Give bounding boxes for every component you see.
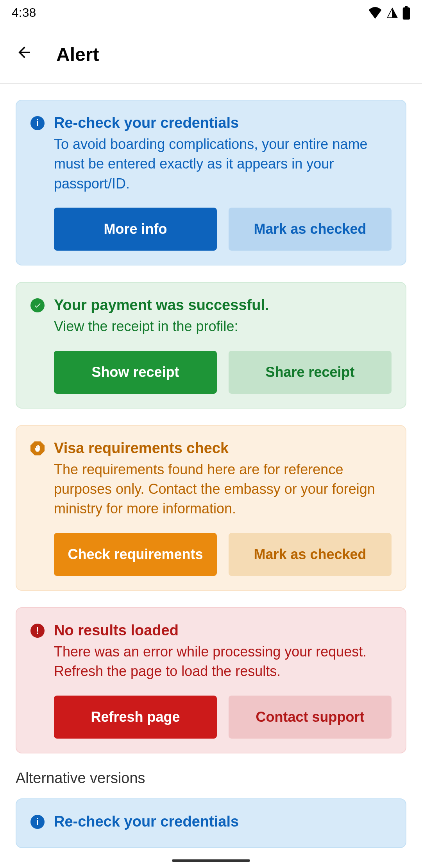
back-button[interactable] [16, 44, 33, 65]
alert-title: Re-check your credentials [54, 813, 392, 830]
nav-home-indicator[interactable] [172, 859, 250, 862]
show-receipt-button[interactable]: Show receipt [54, 351, 217, 394]
alert-text: View the receipt in the profile: [54, 317, 392, 336]
battery-icon [402, 6, 410, 20]
info-icon: i [30, 815, 45, 829]
page-title: Alert [56, 44, 99, 65]
alert-text: There was an error while processing your… [54, 642, 392, 681]
mark-checked-button[interactable]: Mark as checked [229, 533, 392, 576]
alert-title: No results loaded [54, 622, 392, 639]
mark-checked-button[interactable]: Mark as checked [229, 208, 392, 251]
alert-title: Re-check your credentials [54, 115, 392, 131]
app-header: Alert [0, 25, 422, 84]
status-time: 4:38 [12, 5, 36, 20]
alert-info-card: i Re-check your credentials To avoid boa… [16, 100, 406, 265]
alert-text: To avoid boarding complications, your en… [54, 135, 392, 194]
alert-error-card: ! No results loaded There was an error w… [16, 607, 406, 753]
info-icon: i [30, 116, 45, 130]
wifi-icon [368, 7, 382, 19]
more-info-button[interactable]: More info [54, 208, 217, 251]
section-label: Alternative versions [16, 770, 406, 787]
contact-support-button[interactable]: Contact support [229, 696, 392, 739]
refresh-page-button[interactable]: Refresh page [54, 696, 217, 739]
check-icon [30, 298, 45, 312]
alert-success-card: Your payment was successful. View the re… [16, 282, 406, 408]
alert-info-card-alt: i Re-check your credentials [16, 798, 406, 848]
hand-icon [30, 441, 45, 456]
status-icons [368, 6, 410, 20]
arrow-left-icon [16, 44, 33, 61]
alert-title: Your payment was successful. [54, 297, 392, 314]
check-requirements-button[interactable]: Check requirements [54, 533, 217, 576]
alert-warning-card: Visa requirements check The requirements… [16, 425, 406, 591]
status-bar: 4:38 [0, 0, 422, 25]
alert-text: The requirements found here are for refe… [54, 460, 392, 519]
content-area: i Re-check your credentials To avoid boa… [0, 84, 422, 864]
signal-icon [386, 7, 399, 19]
share-receipt-button[interactable]: Share receipt [229, 351, 392, 394]
alert-title: Visa requirements check [54, 440, 392, 457]
error-icon: ! [30, 624, 45, 638]
